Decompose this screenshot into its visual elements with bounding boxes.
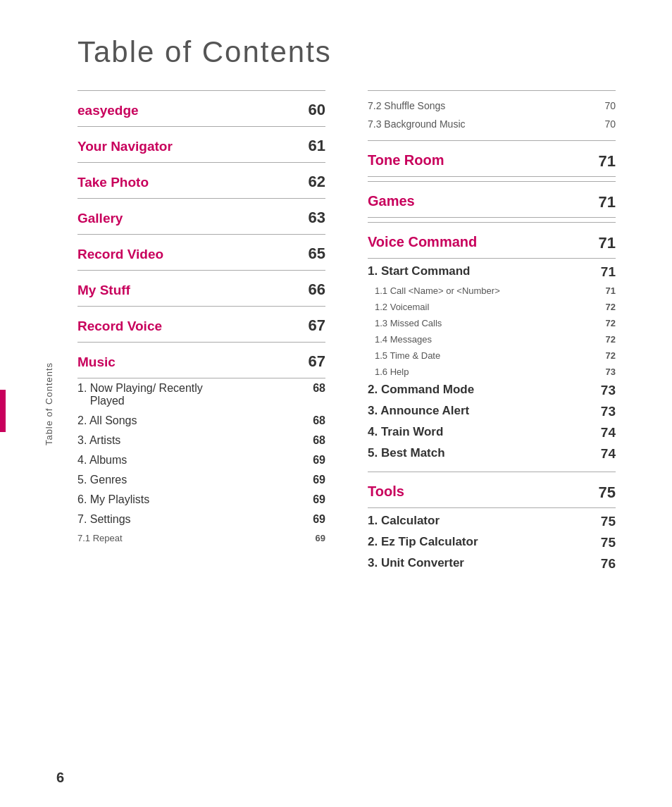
vc-train-word: 4. Train Word 74 xyxy=(368,422,616,443)
left-column: easyedge 60 Your Navigator 61 Take Photo… xyxy=(77,90,325,574)
page-number: 6 xyxy=(56,770,64,786)
entry-take-photo: Take Photo 62 xyxy=(77,163,325,199)
voice-command-header: Voice Command 71 xyxy=(368,228,616,259)
shuffle-songs-entry: 7.2 Shuffle Songs 70 xyxy=(368,97,616,115)
music-sub-albums: 4. Albums 69 xyxy=(77,450,325,470)
entry-my-stuff: My Stuff 66 xyxy=(77,271,325,307)
tools-section: Tools 75 1. Calculator 75 2. Ez Tip Calc… xyxy=(368,472,616,574)
vc-start-command: 1. Start Command 71 xyxy=(368,261,616,283)
entry-music: Music 67 xyxy=(77,343,325,378)
music-sub-genres: 5. Genres 69 xyxy=(77,470,325,490)
vc-best-match: 5. Best Match 74 xyxy=(368,443,616,464)
vc-announce-alert: 3. Announce Alert 73 xyxy=(368,401,616,422)
background-music-entry: 7.3 Background Music 70 xyxy=(368,115,616,133)
voice-command-section: Voice Command 71 1. Start Command 71 1.1… xyxy=(368,222,616,464)
entry-your-navigator: Your Navigator 61 xyxy=(77,127,325,163)
tools-calculator: 1. Calculator 75 xyxy=(368,511,616,532)
entry-record-voice: Record Voice 67 xyxy=(77,307,325,343)
entry-easyedge: easyedge 60 xyxy=(77,91,325,127)
music-settings-section: 7.2 Shuffle Songs 70 7.3 Background Musi… xyxy=(368,90,616,133)
music-sub-repeat: 7.1 Repeat 69 xyxy=(77,529,325,547)
tools-header: Tools 75 xyxy=(368,478,616,508)
vc-time-date: 1.5 Time & Date 72 xyxy=(368,347,616,364)
content-area: easyedge 60 Your Navigator 61 Take Photo… xyxy=(0,90,672,574)
vc-help: 1.6 Help 73 xyxy=(368,364,616,380)
music-sub-all-songs: 2. All Songs 68 xyxy=(77,411,325,431)
music-sub-my-playlists: 6. My Playlists 69 xyxy=(77,490,325,510)
music-sub-artists: 3. Artists 68 xyxy=(77,431,325,450)
music-sub-settings: 7. Settings 69 xyxy=(77,510,325,529)
vc-command-mode: 2. Command Mode 73 xyxy=(368,380,616,401)
games-section: Games 71 xyxy=(368,181,616,218)
entry-record-video: Record Video 65 xyxy=(77,235,325,271)
music-sub-now-playing: 1. Now Playing/ Recently Played 68 xyxy=(77,378,325,411)
side-bar xyxy=(0,390,6,432)
vc-missed-calls: 1.3 Missed Calls 72 xyxy=(368,315,616,331)
page: Table of Contents Table of Contents easy… xyxy=(0,0,672,807)
games-header: Games 71 xyxy=(368,187,616,218)
vc-messages: 1.4 Messages 72 xyxy=(368,331,616,347)
right-column: 7.2 Shuffle Songs 70 7.3 Background Musi… xyxy=(368,90,616,574)
vc-call-name: 1.1 Call <Name> or <Number> 71 xyxy=(368,283,616,299)
entry-gallery: Gallery 63 xyxy=(77,199,325,235)
tools-unit-converter: 3. Unit Converter 76 xyxy=(368,553,616,574)
tone-room-section: Tone Room 71 xyxy=(368,140,616,177)
side-label: Table of Contents xyxy=(44,362,54,445)
vc-voicemail: 1.2 Voicemail 72 xyxy=(368,299,616,315)
page-title: Table of Contents xyxy=(77,35,672,69)
tools-ez-tip: 2. Ez Tip Calculator 75 xyxy=(368,532,616,553)
tone-room-header: Tone Room 71 xyxy=(368,147,616,177)
